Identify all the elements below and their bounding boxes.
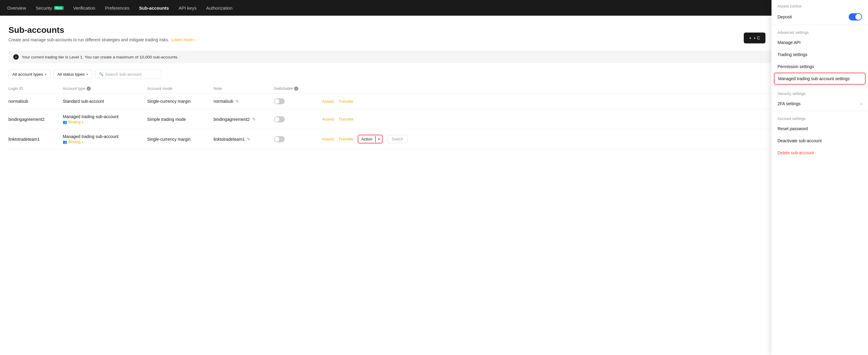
col-note: Note (214, 86, 274, 91)
note-cell: bindingagreement2 ✎ (214, 117, 274, 122)
account-mode-cell: Simple trading mode (147, 117, 214, 122)
binding-link[interactable]: Binding (68, 140, 81, 144)
transfer-link[interactable]: Transfer (339, 117, 354, 122)
chevron-down-icon: ▾ (82, 121, 83, 124)
info-text: Your current trading tier is Level 1. Yo… (22, 55, 179, 59)
col-login-id: Login ID (8, 86, 63, 91)
chevron-down-icon: ▾ (45, 73, 46, 76)
switchable-info-icon[interactable]: i (294, 87, 298, 91)
table-row: normalsub Standard sub-account Single-cu… (8, 93, 860, 109)
nav-subaccounts[interactable]: Sub-accounts (139, 5, 169, 10)
filters-row: All account types ▾ All status types ▾ 🔍… (8, 69, 860, 79)
login-id-cell: linktotradeteam1 (8, 137, 63, 142)
account-mode-cell: Single-currency margin (147, 99, 214, 104)
account-type-filter[interactable]: All account types ▾ (8, 70, 50, 79)
edit-icon[interactable]: ✎ (252, 117, 256, 122)
table-header: Login ID Account type i Account mode Not… (8, 84, 860, 93)
note-cell: linktotradeteam1 ✎ (214, 137, 274, 142)
new-badge: New (54, 6, 64, 10)
account-type-info-icon[interactable]: i (87, 87, 91, 91)
action-chevron-icon: ▾ (375, 136, 382, 142)
deposit-row: Deposit (772, 10, 868, 24)
edit-icon[interactable]: ✎ (236, 99, 239, 104)
account-type-cell: Standard sub-account (63, 99, 147, 104)
info-icon: i (13, 54, 19, 60)
action-label: Action (358, 135, 375, 143)
divider (772, 111, 868, 111)
edit-icon[interactable]: ✎ (247, 137, 251, 142)
nav-verification[interactable]: Verification (73, 5, 95, 10)
divider (772, 25, 868, 25)
managed-trading-item[interactable]: Managed trading sub-account settings (774, 73, 866, 85)
add-account-button[interactable]: + + C (744, 33, 766, 43)
account-mode-cell: Single-currency margin (147, 137, 214, 142)
page-title: Sub-accounts (8, 25, 860, 35)
note-cell: normalsub ✎ (214, 99, 274, 104)
nav-api-keys[interactable]: API keys (179, 5, 196, 10)
search-box[interactable]: 🔍 Search sub-account (95, 70, 161, 79)
chevron-down-icon: ▾ (82, 140, 83, 144)
switchable-toggle[interactable] (274, 116, 285, 122)
divider (772, 86, 868, 86)
advanced-settings-section-title: Advanced settings (772, 26, 868, 36)
deposit-toggle[interactable] (849, 13, 862, 21)
plus-icon: + (749, 36, 752, 40)
search-placeholder: Search sub-account (105, 72, 142, 76)
switch-button[interactable]: Switch (387, 135, 407, 143)
switchable-cell (274, 98, 322, 104)
dropdown-overlay: Assets control Deposit Advanced settings… (772, 0, 868, 159)
switchable-toggle[interactable] (274, 136, 285, 142)
transfer-link[interactable]: Transfer (339, 137, 354, 141)
nav-security[interactable]: Security New (36, 5, 64, 10)
twofa-settings-item[interactable]: 2FA settings › (772, 98, 868, 110)
binding-link[interactable]: Binding (68, 120, 81, 124)
deposit-label: Deposit (777, 14, 792, 19)
binding-icon: 👥 (63, 120, 67, 124)
trading-settings-item[interactable]: Trading settings (772, 49, 868, 61)
chevron-down-icon: ▾ (87, 73, 88, 76)
col-account-type: Account type i (63, 86, 147, 91)
action-dropdown-button[interactable]: Action ▾ (358, 135, 383, 143)
switchable-toggle[interactable] (274, 98, 285, 104)
login-id-cell: normalsub (8, 99, 63, 104)
top-navigation: Overview Security New Verification Prefe… (0, 0, 868, 16)
security-settings-section-title: Security settings (772, 87, 868, 98)
account-settings-label: Account settings (772, 112, 868, 123)
reset-password-item[interactable]: Reset password (772, 123, 868, 135)
binding-info: 👥 Binding ▾ (63, 120, 147, 124)
info-bar: i Your current trading tier is Level 1. … (8, 51, 860, 63)
col-switchable: Switchable i (274, 86, 322, 91)
binding-icon: 👥 (63, 140, 67, 144)
nav-authorization[interactable]: Authorization (206, 5, 232, 10)
status-type-filter[interactable]: All status types ▾ (53, 70, 92, 79)
binding-info: 👥 Binding ▾ (63, 140, 147, 144)
assets-link[interactable]: Assets (322, 99, 335, 104)
chevron-right-icon: › (861, 101, 862, 106)
search-icon: 🔍 (99, 72, 103, 76)
assets-link[interactable]: Assets (322, 137, 335, 141)
delete-item[interactable]: Delete sub-account (772, 147, 868, 159)
manage-api-item[interactable]: Manage API (772, 36, 868, 49)
transfer-link[interactable]: Transfer (339, 99, 354, 104)
deactivate-item[interactable]: Deactivate sub-account (772, 135, 868, 147)
table-row: linktotradeteam1 Managed trading sub-acc… (8, 129, 860, 149)
account-type-cell: Managed trading sub-account 👥 Binding ▾ (63, 114, 147, 124)
switchable-cell (274, 116, 322, 122)
nav-preferences[interactable]: Preferences (105, 5, 129, 10)
permission-settings-item[interactable]: Permission settings (772, 61, 868, 73)
login-id-cell: bindingagreement2 (8, 117, 63, 122)
account-type-cell: Managed trading sub-account 👥 Binding ▾ (63, 134, 147, 144)
page-description: Create and manage sub-accounts to run di… (8, 37, 860, 42)
col-account-mode: Account mode (147, 86, 214, 91)
assets-link[interactable]: Assets (322, 117, 335, 122)
switchable-cell (274, 136, 322, 142)
main-content: Sub-accounts Create and manage sub-accou… (0, 16, 868, 159)
nav-overview[interactable]: Overview (7, 5, 26, 10)
table-row: bindingagreement2 Managed trading sub-ac… (8, 109, 860, 129)
learn-more-link[interactable]: Learn more › (172, 37, 196, 42)
assets-control-section-title: Assets control (772, 0, 868, 10)
